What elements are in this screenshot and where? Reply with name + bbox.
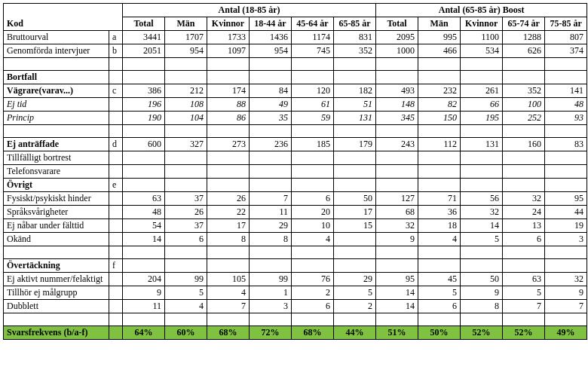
cell: 1000	[376, 44, 418, 58]
row-label: Ej tid	[4, 98, 109, 112]
cell: 15	[334, 219, 376, 233]
cell: 99	[250, 273, 292, 286]
table-row: Språksvårigheter4826221120176836322444	[4, 206, 587, 219]
row-code	[109, 286, 123, 300]
cell	[503, 259, 545, 273]
cell: 71	[418, 192, 461, 206]
row-code	[109, 165, 123, 179]
cell: 6	[418, 300, 461, 313]
cell: 374	[545, 44, 587, 58]
cell: 6	[503, 233, 545, 246]
cell	[376, 313, 418, 326]
cell	[503, 165, 545, 179]
cell	[123, 246, 165, 259]
cell	[334, 125, 376, 138]
cell: 807	[545, 31, 587, 44]
row-label	[4, 125, 109, 138]
cell: 1097	[207, 44, 250, 58]
col-header: Total	[376, 17, 418, 31]
cell: 44%	[334, 326, 376, 340]
cell	[418, 165, 461, 179]
cell: 93	[545, 112, 587, 125]
table-row: Bruttourvala3441170717331436117483120959…	[4, 31, 587, 44]
row-label: Svarsfrekvens (b/a-f)	[4, 326, 109, 340]
cell: 5	[461, 233, 503, 246]
cell: 14	[376, 286, 418, 300]
cell: 179	[334, 138, 376, 151]
table-row: Ej nåbar under fälttid543717291015321814…	[4, 219, 587, 233]
cell	[292, 313, 334, 326]
table-row: Ej tid19610888496151148826610048	[4, 98, 587, 112]
row-label: Okänd	[4, 233, 109, 246]
cell	[545, 71, 587, 84]
col-header: Total	[123, 17, 165, 31]
cell	[207, 246, 250, 259]
cell: 745	[292, 44, 334, 58]
cell	[334, 246, 376, 259]
cell	[418, 313, 461, 326]
cell: 20	[292, 206, 334, 219]
cell	[165, 125, 207, 138]
cell: 63	[123, 192, 165, 206]
cell: 50	[334, 192, 376, 206]
cell: 141	[545, 84, 587, 98]
cell	[334, 151, 376, 165]
cell	[461, 313, 503, 326]
cell: 2095	[376, 31, 418, 44]
cell: 64%	[123, 326, 165, 340]
cell: 26	[207, 192, 250, 206]
col-header: Kvinnor	[461, 17, 503, 31]
cell: 5	[503, 286, 545, 300]
table-row: Princip19010486355913134515019525293	[4, 112, 587, 125]
cell: 99	[165, 273, 207, 286]
cell	[461, 58, 503, 71]
cell: 174	[207, 84, 250, 98]
cell	[418, 71, 461, 84]
cell: 2	[334, 300, 376, 313]
cell	[292, 58, 334, 71]
cell	[207, 313, 250, 326]
cell: 954	[250, 44, 292, 58]
row-code	[109, 326, 123, 340]
cell	[545, 179, 587, 192]
cell: 49	[250, 98, 292, 112]
cell: 26	[165, 206, 207, 219]
cell: 8	[250, 233, 292, 246]
cell: 22	[207, 206, 250, 219]
cell	[461, 259, 503, 273]
table-row: Svarsfrekvens (b/a-f)64%60%68%72%68%44%5…	[4, 326, 587, 340]
cell: 1	[250, 286, 292, 300]
cell: 185	[292, 138, 334, 151]
cell: 82	[418, 98, 461, 112]
row-code	[109, 219, 123, 233]
cell: 7	[503, 300, 545, 313]
cell: 60%	[165, 326, 207, 340]
row-code: e	[109, 179, 123, 192]
col-header: Män	[418, 17, 461, 31]
cell: 44	[545, 206, 587, 219]
cell: 14	[123, 233, 165, 246]
cell	[334, 233, 376, 246]
data-table: Kod Antal (18-85 år) Antal (65-85 år) Bo…	[3, 3, 587, 340]
cell	[418, 179, 461, 192]
cell	[461, 151, 503, 165]
cell: 236	[250, 138, 292, 151]
cell: 195	[461, 112, 503, 125]
cell: 7	[250, 192, 292, 206]
cell	[418, 151, 461, 165]
cell: 626	[503, 44, 545, 58]
cell: 68%	[207, 326, 250, 340]
cell	[123, 125, 165, 138]
row-label: Ej aktivt nummer/felaktigt	[4, 273, 109, 286]
table-row: Dubblett1147362146877	[4, 300, 587, 313]
cell: 68	[376, 206, 418, 219]
cell: 352	[334, 44, 376, 58]
cell	[418, 246, 461, 259]
col-header: 65-74 år	[503, 17, 545, 31]
cell: 3	[250, 300, 292, 313]
row-label: Ej anträffade	[4, 138, 109, 151]
row-label: Genomförda intervjuer	[4, 44, 109, 58]
cell: 9	[376, 233, 418, 246]
cell	[250, 259, 292, 273]
table-row: Tillhör ej målgrupp954125145959	[4, 286, 587, 300]
